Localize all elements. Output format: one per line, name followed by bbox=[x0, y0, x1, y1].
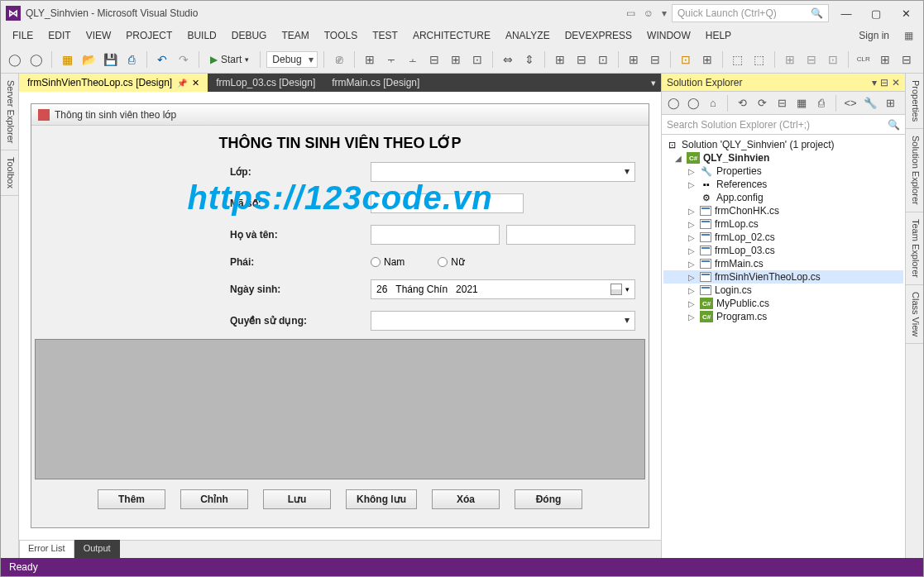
expand-icon[interactable]: ▷ bbox=[687, 273, 697, 282]
expand-icon[interactable]: ◢ bbox=[673, 154, 683, 163]
dropdown-icon[interactable]: ▾ bbox=[662, 7, 667, 19]
properties-tab[interactable]: Properties bbox=[906, 74, 923, 129]
tree-item[interactable]: ▷frmLop.cs bbox=[663, 217, 903, 231]
align-icon[interactable]: ⊟ bbox=[425, 50, 443, 69]
dropdown-icon[interactable]: ▾ bbox=[872, 77, 877, 88]
expand-icon[interactable]: ▷ bbox=[687, 260, 697, 269]
misc-icon[interactable]: ⊞ bbox=[781, 50, 799, 69]
doc-tab[interactable]: frmLop_03.cs [Design] bbox=[208, 74, 323, 92]
expand-icon[interactable]: ▷ bbox=[687, 167, 697, 176]
btn-chinh[interactable]: Chỉnh bbox=[180, 489, 248, 509]
combo-lop[interactable] bbox=[371, 162, 635, 182]
back-icon[interactable]: ◯ bbox=[665, 95, 682, 112]
save-all-icon[interactable]: ⎙ bbox=[122, 50, 141, 69]
solution-explorer-tab[interactable]: Solution Explorer bbox=[906, 129, 923, 212]
quick-launch-input[interactable]: Quick Launch (Ctrl+Q) 🔍 bbox=[672, 4, 829, 22]
menu-view[interactable]: VIEW bbox=[79, 28, 118, 43]
tree-item[interactable]: ▷C#MyPublic.cs bbox=[663, 297, 903, 310]
feedback-icon[interactable]: ☺ bbox=[644, 7, 654, 19]
menu-debug[interactable]: DEBUG bbox=[225, 28, 274, 43]
menu-build[interactable]: BUILD bbox=[180, 28, 223, 43]
signin-link[interactable]: Sign in bbox=[850, 30, 898, 41]
grid-icon[interactable]: ⊡ bbox=[677, 50, 695, 69]
maximize-button[interactable]: ▢ bbox=[864, 7, 888, 20]
fwd-icon[interactable]: ◯ bbox=[685, 95, 701, 112]
align-icon[interactable]: ⊞ bbox=[361, 50, 379, 69]
tree-project[interactable]: ◢ C# QLY_Sinhvien bbox=[663, 151, 903, 165]
data-grid-panel[interactable] bbox=[35, 339, 645, 479]
align-icon[interactable]: ⊡ bbox=[468, 50, 486, 69]
input-ho[interactable] bbox=[371, 225, 500, 245]
tree-item[interactable]: ▷Login.cs bbox=[663, 284, 903, 297]
tab-output[interactable]: Output bbox=[74, 540, 120, 558]
menu-edit[interactable]: EDIT bbox=[41, 28, 77, 43]
open-icon[interactable]: 📂 bbox=[79, 50, 98, 69]
dx-icon[interactable]: ⊞ bbox=[876, 50, 894, 69]
save-icon[interactable]: 💾 bbox=[101, 50, 119, 69]
date-picker[interactable]: 26 Tháng Chín 2021 ▾ bbox=[371, 279, 635, 299]
size-icon[interactable]: ⊡ bbox=[594, 50, 612, 69]
config-dropdown[interactable]: Debug bbox=[266, 51, 317, 68]
doc-tab-active[interactable]: frmSinhVienTheoLop.cs [Design] 📌 ✕ bbox=[19, 74, 208, 92]
sync-icon[interactable]: ⟲ bbox=[734, 95, 750, 112]
refresh-icon[interactable]: ⟳ bbox=[754, 95, 770, 112]
minimize-button[interactable]: — bbox=[834, 7, 859, 20]
team-explorer-tab[interactable]: Team Explorer bbox=[906, 212, 923, 285]
menu-file[interactable]: FILE bbox=[6, 28, 40, 43]
tree-item[interactable]: ▷🔧Properties bbox=[663, 165, 903, 178]
tree-item[interactable]: ▷frmLop_03.cs bbox=[663, 244, 903, 257]
align-icon[interactable]: ⫟ bbox=[382, 50, 400, 69]
close-button[interactable]: ✕ bbox=[893, 7, 918, 20]
server-explorer-tab[interactable]: Server Explorer bbox=[1, 74, 18, 150]
expand-icon[interactable]: ▷ bbox=[687, 233, 697, 242]
designer-surface[interactable]: Thông tin sinh viên theo lớp THÔNG TIN S… bbox=[19, 92, 661, 540]
size-icon[interactable]: ⊞ bbox=[551, 50, 569, 69]
btn-xoa[interactable]: Xóa bbox=[432, 489, 500, 509]
class-view-tab[interactable]: Class View bbox=[906, 285, 923, 344]
tree-item[interactable]: ▷frmLop_02.cs bbox=[663, 231, 903, 244]
btn-dong[interactable]: Đóng bbox=[515, 489, 582, 509]
expand-icon[interactable]: ▷ bbox=[687, 180, 697, 189]
show-all-icon[interactable]: ▦ bbox=[793, 95, 810, 112]
layout-icon[interactable]: ⊞ bbox=[625, 50, 643, 69]
se-search-input[interactable]: Search Solution Explorer (Ctrl+;) 🔍 bbox=[662, 115, 905, 135]
home-icon[interactable]: ⌂ bbox=[705, 95, 721, 112]
pin-icon[interactable]: 📌 bbox=[177, 79, 187, 88]
toolbox-tab[interactable]: Toolbox bbox=[1, 150, 18, 196]
radio-nu[interactable]: Nữ bbox=[438, 256, 465, 268]
nav-fwd-icon[interactable]: ◯ bbox=[27, 50, 45, 69]
spacing-icon[interactable]: ⇔ bbox=[499, 50, 517, 69]
expand-icon[interactable]: ▷ bbox=[687, 286, 697, 295]
tree-solution[interactable]: ⊡ Solution 'QLY_Sinhvien' (1 project) bbox=[663, 138, 903, 151]
dock-icon[interactable]: ⊞ bbox=[698, 50, 716, 69]
btn-khongluu[interactable]: Không lưu bbox=[346, 489, 417, 509]
tree-item[interactable]: ▷frmMain.cs bbox=[663, 257, 903, 270]
menu-architecture[interactable]: ARCHITECTURE bbox=[406, 28, 497, 43]
doc-tab[interactable]: frmMain.cs [Design] bbox=[323, 74, 428, 92]
close-icon[interactable]: ✕ bbox=[192, 78, 199, 88]
order-icon[interactable]: ⬚ bbox=[750, 50, 768, 69]
misc-icon[interactable]: ⊟ bbox=[802, 50, 821, 69]
preview-icon[interactable]: ⎙ bbox=[813, 95, 830, 112]
expand-icon[interactable]: ▷ bbox=[687, 220, 697, 229]
menu-test[interactable]: TEST bbox=[366, 28, 405, 43]
designer-icon[interactable]: ⊞ bbox=[882, 95, 898, 112]
input-ten[interactable] bbox=[506, 225, 635, 245]
menu-project[interactable]: PROJECT bbox=[119, 28, 179, 43]
tree-item[interactable]: ▷frmChonHK.cs bbox=[663, 204, 903, 217]
align-icon[interactable]: ⫠ bbox=[404, 50, 422, 69]
close-icon[interactable]: ✕ bbox=[892, 77, 900, 88]
layout-icon[interactable]: ⊟ bbox=[646, 50, 664, 69]
undo-icon[interactable]: ↶ bbox=[153, 50, 171, 69]
clr-icon[interactable]: CLR bbox=[855, 50, 873, 69]
order-icon[interactable]: ⬚ bbox=[729, 50, 747, 69]
btn-luu[interactable]: Lưu bbox=[263, 489, 331, 509]
properties-icon[interactable]: 🔧 bbox=[862, 95, 879, 112]
align-icon[interactable]: ⊞ bbox=[447, 50, 465, 69]
expand-icon[interactable]: ▷ bbox=[687, 312, 697, 322]
misc-icon[interactable]: ⊡ bbox=[824, 50, 842, 69]
toolbar-icon[interactable]: ⎚ bbox=[330, 50, 348, 69]
expand-icon[interactable]: ▷ bbox=[687, 207, 697, 216]
user-icon[interactable]: ▦ bbox=[899, 30, 918, 41]
radio-nam[interactable]: Nam bbox=[371, 256, 405, 268]
